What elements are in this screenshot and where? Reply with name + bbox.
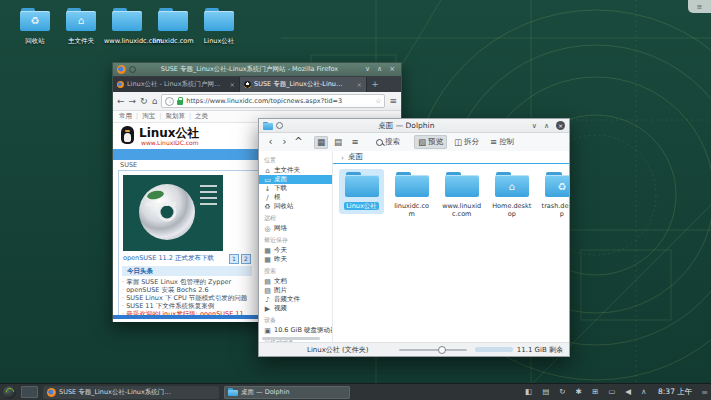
place-network[interactable]: ◎网络 bbox=[259, 224, 332, 233]
place-yesterday[interactable]: ▦昨天 bbox=[259, 255, 332, 264]
taskbar-item-firefox[interactable]: SUSE 专题_Linux公社-Linux系统门… bbox=[43, 386, 219, 399]
headline-link[interactable]: 掌握 SUSE Linux 包管理的 Zypper bbox=[122, 278, 258, 286]
breadcrumb[interactable]: › 桌面 bbox=[333, 151, 569, 164]
place-videos[interactable]: ▶视频 bbox=[259, 304, 332, 313]
site-info-icon[interactable] bbox=[165, 97, 174, 106]
bookmark-item[interactable]: 之类 bbox=[195, 112, 208, 121]
download-icon: ↓ bbox=[264, 185, 271, 193]
folder-item-home-desktop[interactable]: ⌂ Home.desktop bbox=[489, 169, 534, 221]
folder-item-linuxidc[interactable]: linuxidc.com bbox=[389, 169, 434, 221]
tab-close-icon[interactable]: × bbox=[357, 81, 362, 89]
url-text[interactable]: https://www.linuxidc.com/topicnews.aspx?… bbox=[186, 97, 372, 105]
bookmark-item[interactable]: 聚划算 bbox=[165, 112, 195, 121]
up-icon[interactable]: ^ bbox=[293, 137, 304, 147]
headline-link[interactable]: SUSE 11 下文件系统恢复案例 bbox=[122, 302, 258, 310]
bookmark-item[interactable]: 淘宝 bbox=[142, 112, 165, 121]
place-today[interactable]: ▦今天 bbox=[259, 246, 332, 255]
desktop-icon-label: linuxidc.com bbox=[150, 38, 196, 45]
maximize-button[interactable]: ∧ bbox=[544, 122, 549, 130]
folder-item-www-linuxidc[interactable]: www.linuxidc.com bbox=[439, 169, 484, 221]
headlines-list: 掌握 SUSE Linux 包管理的 Zypper openSUSE 安装 Bo… bbox=[122, 278, 258, 318]
image-caption-link[interactable]: openSUSE 11.2 正式发布下载 bbox=[123, 254, 227, 263]
opensuse-dvd-image[interactable]: openSUSE bbox=[123, 175, 223, 251]
view-compact-button[interactable]: ▤ bbox=[331, 136, 345, 149]
back-icon[interactable]: ← bbox=[117, 97, 125, 106]
view-icons-button[interactable]: ▦ bbox=[314, 136, 328, 149]
zoom-slider[interactable] bbox=[399, 349, 467, 351]
desktop-icon-home[interactable]: ⌂ 主文件夹 bbox=[58, 8, 104, 45]
places-group-title: 最近保存 bbox=[259, 233, 332, 246]
pagination-button[interactable]: 1 bbox=[229, 254, 239, 264]
folder-item-trash-desktop[interactable]: ♻ trash.desktop bbox=[539, 169, 569, 221]
dolphin-titlebar[interactable]: 桌面 — Dolphin ∨ ∧ × bbox=[259, 119, 569, 133]
folder-item-linux-gongshe[interactable]: Linux公社 bbox=[339, 169, 384, 214]
search-button[interactable]: 搜索 bbox=[372, 135, 404, 149]
reload-icon[interactable]: ↻ bbox=[140, 97, 148, 106]
pagination-button[interactable]: 2 bbox=[241, 254, 251, 264]
home-icon[interactable]: ⌂ bbox=[152, 97, 158, 106]
place-images[interactable]: ▨图片 bbox=[259, 286, 332, 295]
chevron-right-icon: › bbox=[341, 153, 344, 162]
address-bar[interactable]: https://www.linuxidc.com/topicnews.aspx?… bbox=[161, 94, 385, 108]
desktop-toolbox[interactable]: ≡ bbox=[688, 0, 711, 13]
places-group-title: 设备 bbox=[259, 313, 332, 326]
disc-text-line bbox=[200, 185, 217, 187]
desktop-icon-www-linuxidc[interactable]: www.linuxidc.com bbox=[104, 8, 150, 45]
pager-widget[interactable] bbox=[21, 386, 38, 398]
tab-linux-gongshe[interactable]: Linux公社 - Linux系统门户网… × bbox=[113, 77, 240, 92]
clipboard-icon[interactable]: ▤ bbox=[542, 388, 549, 396]
new-tab-button[interactable]: + bbox=[367, 77, 383, 92]
tab-suse-topic[interactable]: SUSE 专题_Linux公社-Linu… × bbox=[240, 77, 367, 92]
panel-handle-icon[interactable]: ≡ bbox=[701, 388, 708, 397]
place-audio[interactable]: ♪音频文件 bbox=[259, 295, 332, 304]
place-home[interactable]: ⌂主文件夹 bbox=[259, 166, 332, 175]
headline-link[interactable]: openSUSE 安装 Bochs 2.6 bbox=[122, 286, 258, 294]
firefox-titlebar[interactable]: SUSE 专题_Linux公社-Linux系统门户网站 - Mozilla Fi… bbox=[113, 63, 401, 76]
app-launcher-button[interactable] bbox=[3, 386, 16, 399]
desktop-icon-linux-gongshe[interactable]: Linux公社 bbox=[196, 8, 242, 45]
updates-icon[interactable]: ↻ bbox=[559, 388, 565, 396]
place-harddrive[interactable]: ▣10.6 GiB 硬盘驱动器 bbox=[259, 326, 332, 335]
display-icon[interactable]: ▭ bbox=[608, 388, 615, 396]
maximize-button[interactable]: ∧ bbox=[377, 66, 382, 73]
desktop-icon-trash[interactable]: ♻ 回收站 bbox=[12, 8, 58, 45]
slider-handle[interactable] bbox=[438, 346, 446, 354]
view-details-button[interactable]: ≡ bbox=[348, 136, 362, 149]
place-desktop[interactable]: ▭桌面 bbox=[259, 175, 332, 184]
bookmark-star-icon[interactable]: ☆ bbox=[375, 97, 381, 105]
lock-icon bbox=[177, 100, 183, 105]
device-notifier-icon[interactable]: ◧ bbox=[525, 388, 532, 396]
split-button[interactable]: ◫ 拆分 bbox=[450, 135, 483, 149]
forward-icon[interactable]: › bbox=[279, 137, 290, 147]
folder-icon bbox=[158, 8, 188, 31]
tray-expand-icon[interactable]: ∧ bbox=[641, 388, 647, 396]
forward-icon[interactable]: → bbox=[129, 97, 137, 106]
bookmark-item[interactable]: 常用 bbox=[119, 112, 142, 121]
bluetooth-icon[interactable]: ✱ bbox=[576, 388, 582, 396]
preview-button[interactable]: ▧ 预览 bbox=[414, 135, 447, 149]
control-button[interactable]: ≡ 控制 bbox=[486, 135, 518, 149]
clock[interactable]: 8:37 上午 bbox=[658, 387, 692, 397]
site-logo-url[interactable]: www.LinuxIDC.com bbox=[141, 139, 199, 146]
close-button[interactable]: × bbox=[556, 121, 565, 130]
taskbar-item-dolphin[interactable]: 桌面 — Dolphin bbox=[224, 386, 350, 399]
disc-text-line bbox=[200, 191, 217, 193]
input-method-icon[interactable]: ⊞ bbox=[592, 388, 598, 396]
desktop-icon-label: 回收站 bbox=[12, 38, 58, 45]
breadcrumb-current[interactable]: 桌面 bbox=[348, 152, 363, 162]
tab-close-icon[interactable]: × bbox=[230, 81, 235, 89]
minimize-button[interactable]: ∨ bbox=[532, 122, 537, 130]
places-scrollbar[interactable] bbox=[262, 337, 320, 340]
volume-icon[interactable]: ◀ bbox=[625, 388, 631, 396]
place-trash[interactable]: ♻回收站 bbox=[259, 202, 332, 211]
place-root[interactable]: /根 bbox=[259, 193, 332, 202]
trash-icon: ♻ bbox=[31, 16, 40, 26]
headline-link[interactable]: SUSE Linux 下 CPU 节能模式引发的问题 bbox=[122, 294, 258, 302]
desktop-icon-linuxidc[interactable]: linuxidc.com bbox=[150, 8, 196, 45]
close-button[interactable]: × bbox=[389, 66, 395, 73]
minimize-button[interactable]: ∨ bbox=[365, 66, 370, 73]
menu-icon[interactable]: ≡ bbox=[389, 97, 397, 106]
place-documents[interactable]: ▤文档 bbox=[259, 277, 332, 286]
place-downloads[interactable]: ↓下载 bbox=[259, 184, 332, 193]
back-icon[interactable]: ‹ bbox=[265, 137, 276, 147]
